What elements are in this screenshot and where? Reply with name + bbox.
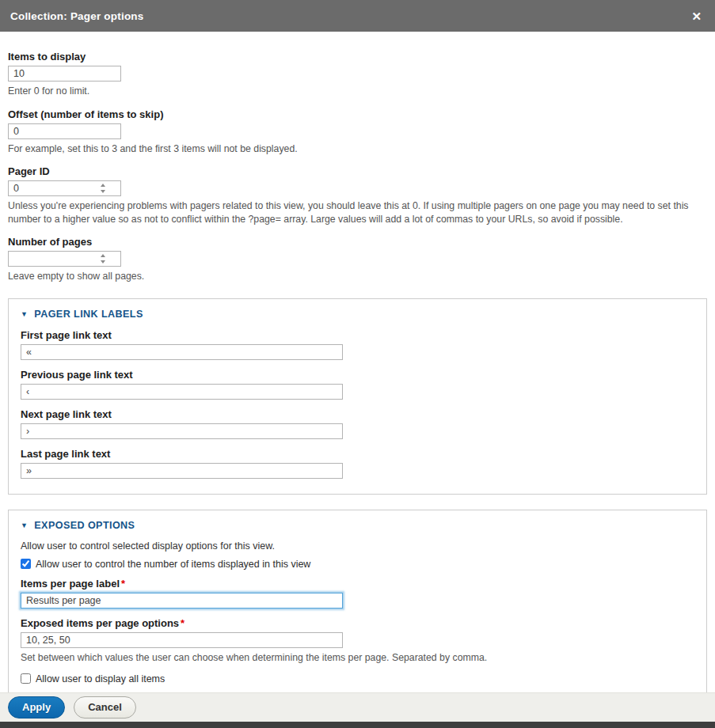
offset-help: For example, set this to 3 and the first… <box>8 142 705 156</box>
collapse-arrow-icon: ▼ <box>21 521 28 529</box>
modal-header: Collection: Pager options ✕ <box>0 0 715 32</box>
apply-button[interactable]: Apply <box>8 696 65 719</box>
number-of-pages-number-wrap <box>8 251 121 267</box>
items-per-page-label-label: Items per page label* <box>21 578 694 590</box>
modal-body: Items to display Enter 0 for no limit. O… <box>0 32 715 692</box>
items-per-page-label-input[interactable] <box>21 593 343 609</box>
first-page-link-input[interactable] <box>21 344 343 360</box>
pager-id-help: Unless you're experiencing problems with… <box>8 199 705 226</box>
exposed-options-legend[interactable]: ▼ EXPOSED OPTIONS <box>21 520 694 531</box>
pager-link-labels-legend-text: PAGER LINK LABELS <box>34 309 143 320</box>
background-page-strip <box>0 722 715 728</box>
first-page-link-label: First page link text <box>21 329 694 341</box>
form-item-pager-id: Pager ID Unless you're experiencing prob… <box>8 165 707 226</box>
fieldset-exposed-options: ▼ EXPOSED OPTIONS Allow user to control … <box>8 510 707 692</box>
number-of-pages-label: Number of pages <box>8 236 707 248</box>
offset-label: Offset (number of items to skip) <box>8 108 707 120</box>
control-items-checkbox-label: Allow user to control the number of item… <box>36 559 310 570</box>
items-per-page-label-text: Items per page label <box>21 578 120 590</box>
cancel-button[interactable]: Cancel <box>74 696 136 719</box>
required-mark: * <box>181 617 184 629</box>
exposed-options-legend-text: EXPOSED OPTIONS <box>34 520 135 531</box>
fieldset-pager-link-labels: ▼ PAGER LINK LABELS First page link text… <box>8 298 707 495</box>
items-to-display-input[interactable] <box>8 66 121 82</box>
required-mark: * <box>121 578 125 590</box>
exposed-items-options-help: Set between which values the user can ch… <box>21 651 694 665</box>
checkbox-row-display-all: Allow user to display all items <box>21 673 694 684</box>
close-icon[interactable]: ✕ <box>688 9 705 24</box>
pager-link-labels-legend[interactable]: ▼ PAGER LINK LABELS <box>21 309 694 320</box>
last-page-link-input[interactable] <box>21 463 343 479</box>
exposed-items-options-input[interactable] <box>21 632 343 648</box>
next-page-link-input[interactable] <box>21 423 343 439</box>
collapse-arrow-icon: ▼ <box>21 310 28 318</box>
exposed-options-description: Allow user to control selected display o… <box>21 540 694 552</box>
number-spinner-icon[interactable] <box>100 184 106 193</box>
pager-id-label: Pager ID <box>8 165 707 177</box>
form-item-next-page-link: Next page link text <box>21 408 694 439</box>
form-item-exposed-items-options: Exposed items per page options* Set betw… <box>21 617 694 665</box>
next-page-link-label: Next page link text <box>21 408 694 420</box>
form-item-offset: Offset (number of items to skip) For exa… <box>8 108 707 156</box>
form-item-last-page-link: Last page link text <box>21 448 694 479</box>
modal-title: Collection: Pager options <box>10 10 144 22</box>
form-item-items-to-display: Items to display Enter 0 for no limit. <box>8 51 707 98</box>
last-page-link-label: Last page link text <box>21 448 694 460</box>
previous-page-link-label: Previous page link text <box>21 369 694 381</box>
form-item-previous-page-link: Previous page link text <box>21 369 694 400</box>
modal-footer: Apply Cancel <box>0 692 715 722</box>
number-of-pages-help: Leave empty to show all pages. <box>8 270 705 283</box>
pager-id-number-wrap <box>8 180 121 196</box>
offset-input[interactable] <box>8 123 121 139</box>
form-item-number-of-pages: Number of pages Leave empty to show all … <box>8 236 707 283</box>
form-item-first-page-link: First page link text <box>21 329 694 360</box>
items-to-display-label: Items to display <box>8 51 707 63</box>
previous-page-link-input[interactable] <box>21 384 343 400</box>
display-all-checkbox-label: Allow user to display all items <box>36 673 165 684</box>
checkbox-row-control-items: Allow user to control the number of item… <box>21 559 694 570</box>
exposed-items-options-label-text: Exposed items per page options <box>21 617 179 629</box>
form-item-items-per-page-label: Items per page label* <box>21 578 694 609</box>
display-all-checkbox[interactable] <box>21 673 31 684</box>
number-spinner-icon[interactable] <box>100 254 106 264</box>
exposed-items-options-label: Exposed items per page options* <box>21 617 694 629</box>
control-items-checkbox[interactable] <box>21 559 31 569</box>
items-to-display-help: Enter 0 for no limit. <box>8 85 705 98</box>
